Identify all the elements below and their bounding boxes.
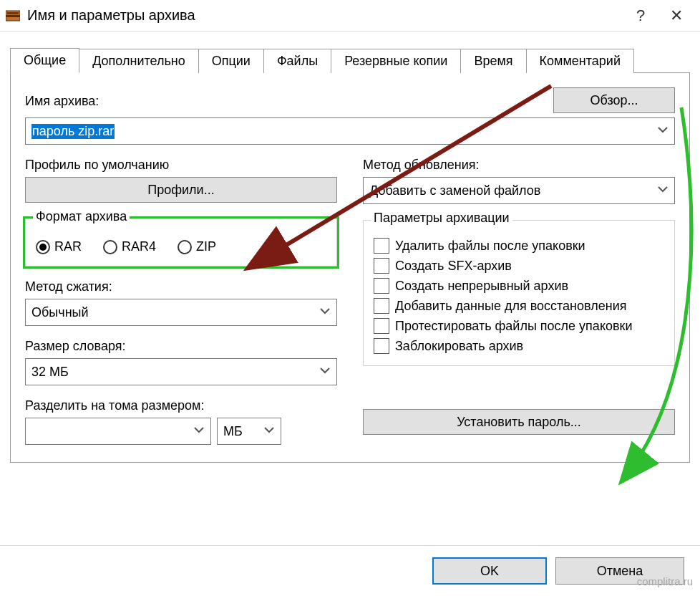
- check-sfx[interactable]: Создать SFX-архив: [374, 258, 664, 274]
- tab-content: Имя архива: Обзор... пароль zip.rar Проф…: [10, 73, 690, 463]
- update-method-label: Метод обновления:: [363, 158, 675, 173]
- update-method-combo[interactable]: Добавить с заменой файлов: [363, 177, 675, 204]
- checkbox-icon: [374, 338, 389, 354]
- titlebar: Имя и параметры архива ? ✕: [0, 0, 700, 32]
- dict-size-label: Размер словаря:: [25, 339, 337, 354]
- browse-button[interactable]: Обзор...: [553, 87, 675, 113]
- checkbox-icon: [374, 298, 389, 314]
- tab-time[interactable]: Время: [460, 49, 526, 73]
- tab-advanced[interactable]: Дополнительно: [79, 49, 199, 73]
- split-volumes-label: Разделить на тома размером:: [25, 398, 337, 413]
- client-area: Общие Дополнительно Опции Файлы Резервны…: [0, 32, 700, 463]
- window-title: Имя и параметры архива: [27, 7, 623, 24]
- svg-rect-2: [6, 15, 20, 17]
- check-solid[interactable]: Создать непрерывный архив: [374, 278, 664, 294]
- check-test[interactable]: Протестировать файлы после упаковки: [374, 318, 664, 334]
- check-recovery[interactable]: Добавить данные для восстановления: [374, 298, 664, 314]
- tab-files[interactable]: Файлы: [263, 49, 331, 73]
- archive-params-fieldset: Параметры архивации Удалить файлы после …: [363, 220, 675, 366]
- checkbox-icon: [374, 258, 389, 274]
- radio-rar[interactable]: RAR: [36, 239, 82, 254]
- tab-backup[interactable]: Резервные копии: [331, 49, 461, 73]
- help-button[interactable]: ?: [623, 6, 658, 25]
- tab-strip: Общие Дополнительно Опции Файлы Резервны…: [10, 44, 690, 73]
- chevron-down-icon: [319, 305, 331, 320]
- compression-method-combo[interactable]: Обычный: [25, 299, 337, 326]
- radio-icon: [178, 240, 192, 254]
- split-unit-value: МБ: [223, 424, 243, 439]
- format-legend: Формат архива: [33, 209, 130, 224]
- tab-comment[interactable]: Комментарий: [526, 49, 634, 73]
- check-delete-after[interactable]: Удалить файлы после упаковки: [374, 238, 664, 254]
- chevron-down-icon: [657, 124, 669, 139]
- dialog-footer: OK Отмена: [0, 545, 700, 596]
- check-test-label: Протестировать файлы после упаковки: [395, 319, 632, 334]
- split-unit-combo[interactable]: МБ: [217, 418, 281, 445]
- checkbox-icon: [374, 318, 389, 334]
- tab-general[interactable]: Общие: [10, 48, 79, 73]
- watermark-text: complitra.ru: [637, 575, 693, 587]
- radio-rar-label: RAR: [54, 239, 82, 254]
- set-password-button[interactable]: Установить пароль...: [363, 409, 675, 435]
- check-solid-label: Создать непрерывный архив: [395, 279, 568, 294]
- ok-button[interactable]: OK: [432, 557, 547, 585]
- tab-options[interactable]: Опции: [198, 49, 264, 73]
- chevron-down-icon: [263, 424, 275, 439]
- params-legend: Параметры архивации: [371, 211, 512, 226]
- check-sfx-label: Создать SFX-архив: [395, 259, 512, 274]
- checkbox-icon: [374, 278, 389, 294]
- profiles-button[interactable]: Профили...: [25, 177, 337, 203]
- check-recovery-label: Добавить данные для восстановления: [395, 299, 626, 314]
- app-icon: [6, 9, 20, 23]
- dict-size-combo[interactable]: 32 МБ: [25, 358, 337, 385]
- chevron-down-icon: [193, 424, 205, 439]
- svg-rect-1: [7, 12, 19, 14]
- radio-icon: [103, 240, 117, 254]
- radio-rar4[interactable]: RAR4: [103, 239, 156, 254]
- checkbox-icon: [374, 238, 389, 254]
- archive-name-label: Имя архива:: [25, 94, 542, 109]
- radio-zip[interactable]: ZIP: [178, 239, 216, 254]
- chevron-down-icon: [657, 183, 669, 198]
- archive-name-value: пароль zip.rar: [31, 124, 115, 139]
- check-delete-label: Удалить файлы после упаковки: [395, 239, 585, 254]
- radio-zip-label: ZIP: [196, 239, 216, 254]
- dict-size-value: 32 МБ: [31, 365, 69, 380]
- profile-label: Профиль по умолчанию: [25, 158, 337, 173]
- update-method-value: Добавить с заменой файлов: [369, 183, 540, 198]
- radio-rar4-label: RAR4: [122, 239, 156, 254]
- split-size-combo[interactable]: [25, 418, 211, 445]
- chevron-down-icon: [319, 365, 331, 380]
- archive-format-fieldset: Формат архива RAR RAR4 ZIP: [25, 218, 337, 266]
- compression-method-value: Обычный: [31, 305, 89, 320]
- radio-icon: [36, 240, 50, 254]
- compression-method-label: Метод сжатия:: [25, 279, 337, 294]
- archive-name-combo[interactable]: пароль zip.rar: [25, 117, 675, 145]
- check-lock-label: Заблокировать архив: [395, 339, 523, 354]
- close-button[interactable]: ✕: [658, 6, 694, 25]
- check-lock[interactable]: Заблокировать архив: [374, 338, 664, 354]
